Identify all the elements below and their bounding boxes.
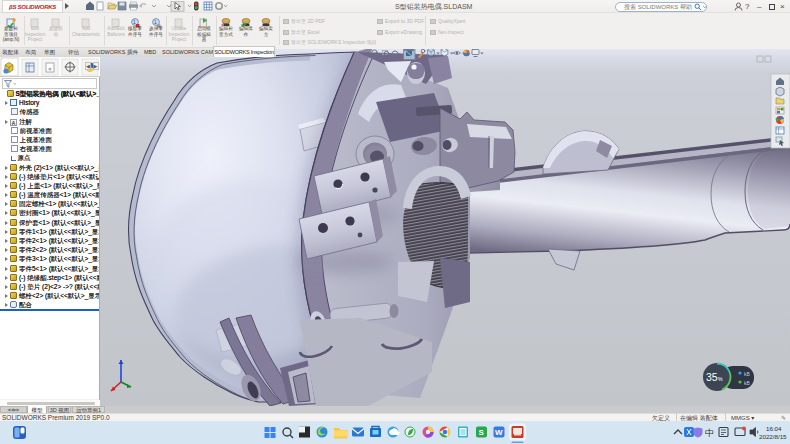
svg-text:W: W [495,428,503,437]
svg-text:中: 中 [705,428,714,438]
svg-text:S: S [479,428,485,437]
svg-text:16:04: 16:04 [766,425,782,432]
svg-text:2022/8/15: 2022/8/15 [759,433,787,440]
svg-text:kB: kB [744,371,751,377]
svg-text:kB: kB [744,380,751,386]
